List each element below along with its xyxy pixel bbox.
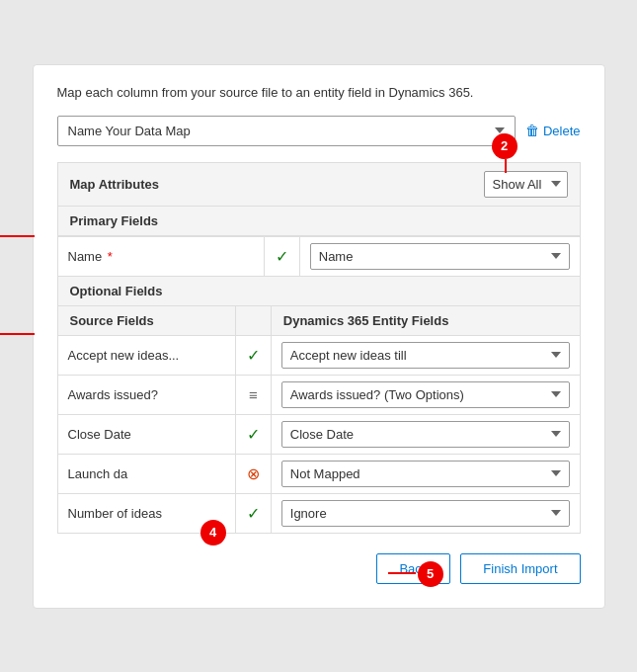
- optional-target-select-4[interactable]: Ignore: [281, 500, 570, 527]
- optional-row-0: Accept new ideas...✓Accept new ideas til…: [57, 335, 580, 375]
- optional-target-select-3[interactable]: Not Mapped: [281, 461, 570, 487]
- show-all-select[interactable]: Show All: [484, 171, 568, 198]
- optional-source-0: Accept new ideas...: [57, 335, 235, 375]
- finish-import-button[interactable]: Finish Import: [460, 553, 580, 584]
- optional-fields-header-row: Source Fields Dynamics 365 Entity Fields: [57, 306, 580, 336]
- check-icon: ✓: [247, 426, 260, 443]
- delete-label: Delete: [543, 124, 581, 138]
- optional-fields-label: Optional Fields: [70, 284, 163, 298]
- doc-icon: ≡: [249, 386, 258, 403]
- optional-icon-2: ✓: [235, 414, 271, 454]
- check-icon-primary: ✓: [276, 248, 288, 265]
- primary-source-name: Name *: [57, 236, 264, 276]
- primary-fields-header: Primary Fields: [57, 207, 581, 236]
- data-map-select[interactable]: Name Your Data Map: [57, 116, 516, 146]
- primary-target-select[interactable]: Name: [310, 243, 570, 270]
- source-header: Source Fields: [57, 306, 235, 336]
- primary-icon-cell: ✓: [264, 236, 299, 276]
- instruction-text: Map each column from your source file to…: [57, 85, 581, 100]
- delete-icon: 🗑: [525, 123, 539, 138]
- optional-target-0: Accept new ideas till: [271, 335, 580, 375]
- optional-target-select-0[interactable]: Accept new ideas till: [281, 342, 570, 369]
- optional-source-4: Number of ideas: [57, 493, 235, 533]
- optional-target-4: Ignore: [271, 493, 580, 533]
- check-icon: ✓: [247, 505, 260, 522]
- optional-target-2: Close Date: [271, 414, 580, 454]
- target-header: Dynamics 365 Entity Fields: [271, 306, 580, 336]
- optional-source-1: Awards issued?: [57, 375, 235, 414]
- optional-icon-0: ✓: [235, 335, 271, 375]
- optional-row-2: Close Date✓Close Date: [57, 414, 580, 454]
- optional-row-4: Number of ideas✓Ignore: [57, 493, 580, 533]
- optional-rows-body: Accept new ideas...✓Accept new ideas til…: [57, 335, 580, 533]
- required-star: *: [108, 249, 113, 264]
- arrow-1: [0, 235, 35, 237]
- optional-target-select-1[interactable]: Awards issued? (Two Options): [281, 381, 570, 408]
- optional-target-3: Not Mapped: [271, 454, 580, 493]
- optional-target-1: Awards issued? (Two Options): [271, 375, 580, 414]
- primary-target-cell: Name: [299, 236, 580, 276]
- attributes-bar-label: Map Attributes: [70, 177, 160, 192]
- optional-source-2: Close Date: [57, 414, 235, 454]
- optional-icon-4: ✓: [235, 493, 271, 533]
- check-icon: ✓: [247, 347, 260, 364]
- primary-name-row: Name * ✓ Name: [57, 236, 580, 276]
- optional-icon-3: ⊗: [235, 454, 271, 493]
- main-container: Map each column from your source file to…: [33, 64, 605, 609]
- back-button[interactable]: Back: [376, 553, 450, 584]
- data-map-row: Name Your Data Map 🗑 Delete: [57, 116, 581, 146]
- primary-fields-table: Name * ✓ Name: [57, 236, 581, 277]
- attributes-bar: Map Attributes 2 Show All: [57, 162, 581, 207]
- primary-fields-label: Primary Fields: [70, 213, 159, 228]
- optional-icon-1: ≡: [235, 375, 271, 414]
- arrow-2: [505, 159, 507, 173]
- icon-header: [235, 306, 271, 336]
- footer-row: Back Finish Import: [57, 553, 581, 584]
- optional-target-select-2[interactable]: Close Date: [281, 421, 570, 448]
- optional-fields-header: Optional Fields: [57, 277, 581, 306]
- arrow-3: [0, 333, 35, 335]
- optional-fields-table: Source Fields Dynamics 365 Entity Fields…: [57, 306, 581, 534]
- warn-icon: ⊗: [247, 465, 260, 482]
- delete-button[interactable]: 🗑 Delete: [525, 123, 581, 138]
- optional-source-3: Launch da: [57, 454, 235, 493]
- page-wrapper: 1 3 4 5 Map each column from your source…: [33, 64, 605, 609]
- optional-row-3: Launch da⊗Not Mapped: [57, 454, 580, 493]
- optional-row-1: Awards issued?≡Awards issued? (Two Optio…: [57, 375, 580, 414]
